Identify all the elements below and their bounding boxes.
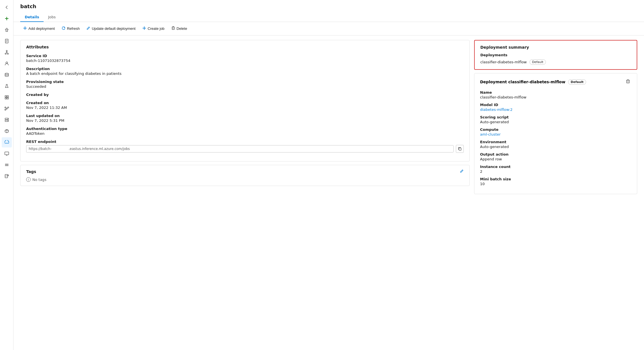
detail-scoring-script-group: Scoring script Auto-generated (480, 115, 631, 124)
attributes-card: Attributes Service ID batch-110710328737… (20, 40, 470, 161)
plus-icon (23, 26, 27, 31)
info-icon: i (26, 177, 31, 182)
created-by-group: Created by (26, 93, 464, 97)
detail-mini-batch-size-group: Mini batch size 10 (480, 177, 631, 186)
refresh-label: Refresh (67, 26, 80, 31)
tab-jobs[interactable]: Jobs (44, 13, 60, 22)
add-deployment-button[interactable]: Add deployment (20, 25, 58, 32)
svg-rect-17 (5, 98, 6, 99)
sidebar-home-icon[interactable] (2, 25, 12, 35)
sidebar-flow-icon[interactable] (2, 47, 12, 57)
page-title: batch (20, 3, 637, 9)
sidebar-cloud-icon[interactable] (2, 137, 12, 147)
detail-name-group: Name classifier-diabetes-mlflow (480, 90, 631, 99)
delete-button[interactable]: Delete (168, 25, 190, 32)
created-by-label: Created by (26, 93, 464, 97)
detail-environment-value: Auto-generated (480, 145, 631, 149)
svg-rect-38 (5, 174, 8, 178)
deployment-delete-button[interactable] (625, 78, 631, 86)
tags-title: Tags (26, 169, 36, 174)
sidebar-back-icon[interactable] (2, 2, 12, 12)
deployment-detail-badge: Default (568, 79, 586, 85)
tags-header: Tags (26, 169, 464, 174)
delete-icon (171, 26, 175, 31)
detail-output-action-group: Output action Append row (480, 152, 631, 161)
create-job-label: Create job (148, 26, 165, 31)
svg-point-22 (5, 109, 6, 110)
auth-type-value: AADToken (26, 131, 464, 136)
update-default-button[interactable]: Update default deployment (84, 25, 138, 32)
sidebar-nodes-icon[interactable] (2, 104, 12, 114)
create-job-button[interactable]: Create job (139, 25, 167, 32)
description-group: Description A batch endpoint for classif… (26, 67, 464, 76)
created-on-group: Created on Nov 7, 2022 11:32 AM (26, 101, 464, 110)
svg-line-23 (6, 108, 6, 108)
sidebar-cube-icon[interactable] (2, 126, 12, 136)
no-tags-row: i No tags (26, 177, 464, 182)
svg-point-20 (5, 107, 6, 108)
svg-rect-18 (7, 98, 8, 99)
sidebar-document-icon[interactable] (2, 36, 12, 46)
svg-rect-16 (7, 96, 8, 97)
copy-endpoint-button[interactable] (456, 145, 464, 153)
detail-name-label: Name (480, 90, 631, 95)
svg-line-11 (7, 51, 7, 53)
rest-endpoint-row (26, 145, 464, 153)
detail-scoring-script-label: Scoring script (480, 115, 631, 119)
detail-model-id-label: Model ID (480, 103, 631, 107)
detail-model-id-value[interactable]: diabetes-mlflow:2 (480, 107, 631, 112)
sidebar-editpage-icon[interactable] (2, 171, 12, 181)
detail-environment-label: Environment (480, 140, 631, 144)
tags-card: Tags i No tags (20, 165, 470, 186)
svg-point-28 (8, 119, 8, 119)
description-value: A batch endpoint for classifying diabete… (26, 71, 464, 76)
tags-edit-button[interactable] (460, 169, 464, 174)
deployment-summary-name: classifier-diabetes-mlflow (480, 60, 527, 64)
svg-point-9 (7, 53, 8, 54)
svg-point-13 (5, 73, 8, 74)
deployment-summary-badge: Default (530, 59, 546, 65)
edit-icon (86, 26, 90, 31)
sidebar-group-icon[interactable] (2, 59, 12, 69)
sidebar-monitor-icon[interactable] (2, 149, 12, 159)
detail-instance-count-label: Instance count (480, 165, 631, 169)
rest-endpoint-label: REST endpoint (26, 140, 464, 144)
detail-instance-count-group: Instance count 2 (480, 165, 631, 174)
detail-output-action-label: Output action (480, 152, 631, 156)
sidebar (0, 0, 13, 350)
detail-mini-batch-size-value: 10 (480, 182, 631, 186)
deployment-detail-header: Deployment classifier-diabetes-mlflow De… (480, 78, 631, 86)
deployment-summary-card: Deployment summary Deployments classifie… (474, 40, 637, 70)
created-on-label: Created on (26, 101, 464, 105)
attributes-title: Attributes (26, 45, 464, 49)
sidebar-data-icon[interactable] (2, 70, 12, 80)
detail-environment-group: Environment Auto-generated (480, 140, 631, 149)
tab-details[interactable]: Details (20, 13, 44, 22)
sidebar-flask-icon[interactable] (2, 81, 12, 91)
deployment-summary-title: Deployment summary (480, 45, 631, 50)
refresh-button[interactable]: Refresh (59, 25, 83, 32)
last-updated-value: Nov 7, 2022 5:31 PM (26, 118, 464, 123)
created-on-value: Nov 7, 2022 11:32 AM (26, 106, 464, 110)
create-plus-icon (142, 26, 146, 31)
detail-compute-group: Compute aml-cluster (480, 127, 631, 136)
description-label: Description (26, 67, 464, 71)
deployment-detail-header-text: Deployment classifier-diabetes-mlflow (480, 80, 565, 84)
detail-instance-count-value: 2 (480, 169, 631, 174)
detail-output-action-value: Append row (480, 157, 631, 161)
no-tags-text: No tags (32, 178, 46, 182)
svg-point-21 (8, 107, 9, 108)
deployments-label: Deployments (480, 53, 631, 57)
main-content: batch Details Jobs Add deployment Refres… (13, 0, 644, 350)
sidebar-add-icon[interactable] (2, 14, 12, 24)
last-updated-label: Last updated on (26, 114, 464, 118)
sidebar-pipeline-icon[interactable] (2, 160, 12, 170)
detail-compute-value[interactable]: aml-cluster (480, 132, 631, 136)
svg-rect-50 (459, 148, 461, 150)
detail-model-id-group: Model ID diabetes-mlflow:2 (480, 103, 631, 112)
left-panel: Attributes Service ID batch-110710328737… (20, 40, 470, 345)
sidebar-grid-icon[interactable] (2, 92, 12, 102)
svg-rect-32 (5, 152, 9, 155)
rest-endpoint-input[interactable] (26, 145, 454, 152)
sidebar-server-icon[interactable] (2, 115, 12, 125)
